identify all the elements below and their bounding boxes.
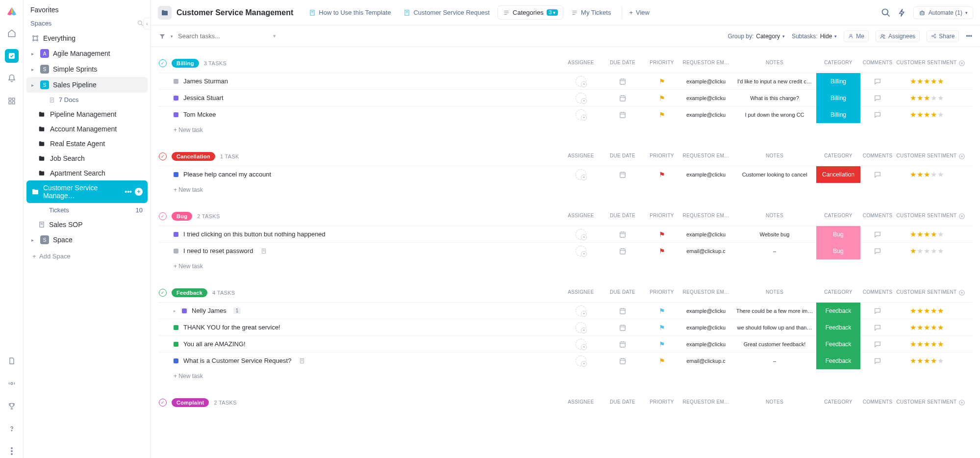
status-icon[interactable] <box>174 358 178 363</box>
new-task-button[interactable]: + New task <box>159 369 972 383</box>
add-column-button[interactable] <box>958 289 972 296</box>
add-column-button[interactable] <box>958 153 972 160</box>
col-category[interactable]: CATEGORY <box>816 153 860 160</box>
group-toggle[interactable]: ✓ <box>159 399 167 407</box>
notes-cell[interactable]: Website bug <box>733 226 816 243</box>
calendar-icon[interactable] <box>619 324 627 331</box>
bolt-icon[interactable] <box>898 8 906 17</box>
sentiment-stars[interactable]: ★★★★★ <box>910 340 944 349</box>
chevron-down-icon[interactable]: ▾ <box>273 33 276 39</box>
requestor-email[interactable]: example@clicku <box>679 90 733 106</box>
col-email[interactable]: REQUESTOR EM… <box>679 289 733 296</box>
requestor-email[interactable]: example@clicku <box>679 319 733 336</box>
col-comments[interactable]: COMMENTS <box>860 289 895 296</box>
category-cell[interactable]: Billing <box>816 106 860 123</box>
share-button[interactable]: Share <box>927 30 959 42</box>
task-name[interactable]: James Sturman <box>183 77 228 85</box>
assignee-placeholder[interactable] <box>576 305 586 316</box>
col-assignee[interactable]: ASSIGNEE <box>561 213 601 220</box>
nav-folder-item[interactable]: Real Estate Agent <box>26 136 148 151</box>
group-label[interactable]: Billing <box>172 59 199 68</box>
tab-my-tickets[interactable]: My Tickets <box>566 5 616 20</box>
assignee-placeholder[interactable] <box>576 109 586 120</box>
category-cell[interactable]: Cancellation <box>816 166 860 183</box>
notes-cell[interactable]: What is this charge? <box>733 90 816 106</box>
sentiment-stars[interactable]: ★★★★★ <box>910 77 944 86</box>
add-column-button[interactable] <box>958 213 972 220</box>
col-comments[interactable]: COMMENTS <box>860 213 895 220</box>
assignee-placeholder[interactable] <box>576 356 586 366</box>
category-cell[interactable]: Bug <box>816 226 860 243</box>
requestor-email[interactable]: example@clicku <box>679 303 733 319</box>
task-row[interactable]: James Sturman ⚑ example@clicku I'd like … <box>159 73 972 89</box>
nav-everything[interactable]: Everything <box>26 31 148 46</box>
col-sentiment[interactable]: CUSTOMER SENTIMENT <box>895 289 958 296</box>
tasks-icon[interactable] <box>5 49 19 63</box>
calendar-icon[interactable] <box>619 307 627 315</box>
nav-docs[interactable]: 7 Docs <box>26 93 148 107</box>
group-toggle[interactable]: ✓ <box>159 212 167 220</box>
flag-icon[interactable]: ⚑ <box>659 247 665 255</box>
col-category[interactable]: CATEGORY <box>816 60 860 67</box>
notes-cell[interactable]: we should follow up and than… <box>733 319 816 336</box>
add-column-button[interactable] <box>958 60 972 67</box>
status-icon[interactable] <box>174 112 178 117</box>
flag-icon[interactable]: ⚑ <box>659 94 665 102</box>
nav-space[interactable]: ▸ S Space <box>26 232 148 248</box>
notes-cell[interactable]: Customer looking to cancel <box>733 166 816 183</box>
comment-icon[interactable] <box>874 357 881 365</box>
col-category[interactable]: CATEGORY <box>816 213 860 220</box>
col-due[interactable]: DUE DATE <box>601 60 645 67</box>
category-cell[interactable]: Feedback <box>816 353 860 369</box>
flag-icon[interactable]: ⚑ <box>659 357 665 365</box>
tab-customer-service-request[interactable]: Customer Service Request <box>399 5 494 20</box>
nav-customer-service[interactable]: Customer Service Manage… ••• + <box>26 180 148 203</box>
calendar-icon[interactable] <box>619 247 627 255</box>
status-icon[interactable] <box>174 249 178 254</box>
col-notes[interactable]: NOTES <box>733 153 816 160</box>
status-icon[interactable] <box>174 232 178 237</box>
flag-icon[interactable]: ⚑ <box>659 171 665 178</box>
comment-icon[interactable] <box>874 171 881 178</box>
status-icon[interactable] <box>174 96 178 101</box>
comment-icon[interactable] <box>874 77 881 85</box>
col-priority[interactable]: PRIORITY <box>645 153 679 160</box>
category-cell[interactable]: Billing <box>816 90 860 106</box>
task-name[interactable]: I tried clicking on this button but noth… <box>183 230 326 238</box>
sentiment-stars[interactable]: ★★★★★ <box>910 306 944 315</box>
task-row[interactable]: Jessica Stuart ⚑ example@clicku What is … <box>159 89 972 106</box>
filter-icon[interactable] <box>159 33 166 40</box>
comment-icon[interactable] <box>874 324 881 331</box>
task-name[interactable]: What is a Customer Service Request? <box>183 357 291 364</box>
new-task-button[interactable]: + New task <box>159 123 972 137</box>
new-task-button[interactable]: + New task <box>159 182 972 197</box>
requestor-email[interactable]: email@clickup.c <box>679 353 733 369</box>
nav-folder-item[interactable]: Job Search <box>26 151 148 166</box>
task-row[interactable]: What is a Customer Service Request? ⚑ em… <box>159 352 972 369</box>
col-notes[interactable]: NOTES <box>733 213 816 220</box>
task-name[interactable]: THANK YOU for the great service! <box>183 324 280 331</box>
assignee-placeholder[interactable] <box>576 229 586 240</box>
group-toggle[interactable]: ✓ <box>159 59 167 67</box>
nav-folder-item[interactable]: Pipeline Management <box>26 107 148 122</box>
calendar-icon[interactable] <box>619 340 627 348</box>
col-priority[interactable]: PRIORITY <box>645 399 679 406</box>
comment-icon[interactable] <box>874 230 881 238</box>
doc-icon[interactable] <box>261 248 267 254</box>
col-email[interactable]: REQUESTOR EM… <box>679 399 733 406</box>
col-sentiment[interactable]: CUSTOMER SENTIMENT <box>895 60 958 67</box>
more-icon[interactable]: ••• <box>966 33 972 40</box>
nav-tickets[interactable]: Tickets 10 <box>26 203 148 217</box>
task-name[interactable]: Nelly James <box>192 307 226 314</box>
requestor-email[interactable]: example@clicku <box>679 166 733 183</box>
col-email[interactable]: REQUESTOR EM… <box>679 60 733 67</box>
group-label[interactable]: Complaint <box>172 398 209 407</box>
col-sentiment[interactable]: CUSTOMER SENTIMENT <box>895 153 958 160</box>
tab-categories[interactable]: Categories 3 ▾ <box>498 5 563 20</box>
col-priority[interactable]: PRIORITY <box>645 60 679 67</box>
sentiment-stars[interactable]: ★★★★★ <box>910 356 944 365</box>
col-assignee[interactable]: ASSIGNEE <box>561 399 601 406</box>
task-row[interactable]: ▸ Nelly James 1 ⚑ example@clicku There c… <box>159 302 972 319</box>
assignee-placeholder[interactable] <box>576 93 586 103</box>
col-assignee[interactable]: ASSIGNEE <box>561 60 601 67</box>
